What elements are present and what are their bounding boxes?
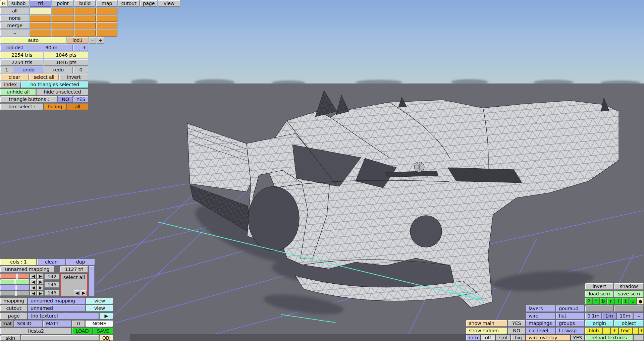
clean-button[interactable]: clean xyxy=(37,259,65,265)
text-plus-button[interactable]: + xyxy=(639,328,644,334)
save-scm-button[interactable]: save scm xyxy=(614,291,644,297)
mapping-view-button[interactable]: view xyxy=(86,298,113,304)
scale-0-1m-button[interactable]: 0.1m xyxy=(585,313,601,319)
mapping-row-label[interactable]: mapping xyxy=(0,298,27,304)
text-minus-button[interactable]: – xyxy=(633,328,638,334)
tab-point[interactable]: point xyxy=(52,0,73,7)
right-arrow-button[interactable]: ▶ xyxy=(37,274,44,279)
matrix-cell[interactable] xyxy=(52,8,73,14)
lod-level-button[interactable]: lod1 xyxy=(67,37,88,44)
invert-button[interactable]: invert xyxy=(59,74,88,80)
cols-count[interactable]: cols : 1 xyxy=(0,259,37,265)
matrix-cell[interactable] xyxy=(96,15,117,22)
layers-minus-button[interactable]: – xyxy=(614,305,644,312)
page-row-value[interactable]: [no texture] xyxy=(28,313,99,319)
right-arrow-button[interactable]: ▶ xyxy=(37,291,44,296)
file-name[interactable]: fiesta2 xyxy=(0,328,71,334)
nrm-sml-button[interactable]: sml xyxy=(496,335,511,341)
wire-overlay-label[interactable]: wire overlay xyxy=(526,335,570,341)
matrix-cell[interactable] xyxy=(96,22,117,29)
matrix-cell[interactable] xyxy=(74,22,96,29)
matrix-cell[interactable] xyxy=(30,30,51,37)
lr-swap-button[interactable]: l.r.swap xyxy=(556,328,584,334)
wire-button[interactable]: wire xyxy=(526,313,555,319)
right-arrow-button[interactable]: ▶ xyxy=(37,279,44,284)
show-main-label[interactable]: show main xyxy=(466,320,507,327)
cutout-row-value[interactable]: unnamed xyxy=(28,305,86,311)
layers-button[interactable]: layers xyxy=(526,305,555,312)
blob-plus-button[interactable]: + xyxy=(611,328,618,334)
view-t-button[interactable]: t xyxy=(622,298,629,304)
rp-invert-button[interactable]: invert xyxy=(585,283,613,290)
matrix-cell-active[interactable] xyxy=(30,8,51,14)
left-arrow-button[interactable]: ◀ xyxy=(30,285,37,290)
left-arrow-button[interactable]: ◀ xyxy=(30,291,37,296)
origin-button[interactable]: origin xyxy=(585,320,613,327)
layers-minus-button[interactable]: – xyxy=(585,305,613,312)
mat-zero[interactable]: 0 xyxy=(72,321,85,327)
wire-overlay-toggle[interactable]: YES xyxy=(571,335,584,341)
slider-blue[interactable] xyxy=(0,285,29,290)
mapping-row-value[interactable]: unnamed mapping xyxy=(28,298,86,304)
matrix-all[interactable]: all xyxy=(0,8,29,14)
lod-plus-button[interactable]: + xyxy=(97,37,104,44)
nc-level-button[interactable]: n.c.level xyxy=(526,328,555,334)
show-main-toggle[interactable]: YES xyxy=(508,320,525,327)
scale-10m-button[interactable]: 10m xyxy=(617,313,633,319)
box-select-all[interactable]: all xyxy=(67,104,88,110)
left-arrow-button[interactable]: ◀ xyxy=(74,290,80,295)
viewport-3d[interactable] xyxy=(0,0,644,341)
object-button[interactable]: object xyxy=(614,320,644,327)
triangle-buttons-no[interactable]: NO xyxy=(58,96,73,103)
dup-button[interactable]: dup xyxy=(66,259,95,265)
value-g[interactable]: 145 xyxy=(45,282,59,288)
tab-tri[interactable]: tri xyxy=(30,0,51,7)
matrix-cell[interactable] xyxy=(52,30,73,37)
lod-dist-plus-button[interactable]: + xyxy=(81,45,88,51)
matrix-none[interactable]: none xyxy=(0,15,29,21)
page-row-label[interactable]: page xyxy=(0,313,27,319)
nrm-off-button[interactable]: off xyxy=(481,335,495,341)
tab-map[interactable]: map xyxy=(96,0,117,7)
unhide-all-button[interactable]: unhide all xyxy=(0,89,36,95)
redo-button[interactable]: redo xyxy=(44,67,73,73)
matrix-cell[interactable] xyxy=(96,30,117,37)
blob-minus-button[interactable]: – xyxy=(603,328,610,334)
lod-minus-button[interactable]: – xyxy=(89,37,96,44)
slider-red[interactable] xyxy=(0,274,29,279)
tab-cutout[interactable]: cutout xyxy=(118,0,140,7)
gouraud-button[interactable]: gouraud xyxy=(556,305,584,312)
menu-h[interactable]: H xyxy=(0,0,7,7)
mappings-button[interactable]: mappings xyxy=(526,320,555,327)
mat-label[interactable]: mat xyxy=(0,321,14,327)
matrix-cell[interactable] xyxy=(52,15,73,22)
matrix-cell[interactable] xyxy=(30,15,51,22)
value-b[interactable]: 145 xyxy=(45,290,59,296)
lod-auto-button[interactable]: auto xyxy=(0,37,66,44)
matrix-merge[interactable]: merge xyxy=(0,22,29,29)
lod-dist-value[interactable]: 30 m xyxy=(30,45,73,51)
index-button[interactable]: index xyxy=(0,81,20,88)
cutout-view-button[interactable]: view xyxy=(86,305,113,311)
save-button[interactable]: SAVE xyxy=(93,328,113,334)
right-arrow-button[interactable]: ▶ xyxy=(37,285,44,290)
reload-textures-button[interactable]: reload textures xyxy=(585,335,633,341)
mat-none[interactable]: NONE xyxy=(86,321,113,327)
value-r[interactable]: 142 xyxy=(45,274,59,280)
hide-unselected-button[interactable]: hide unselected xyxy=(37,89,88,95)
view-p-button[interactable]: P xyxy=(585,298,592,304)
groups-button[interactable]: groups xyxy=(556,320,584,327)
matrix-dash[interactable]: – xyxy=(0,30,29,36)
clear-button[interactable]: clear xyxy=(0,74,29,80)
mapping-name[interactable]: unnamed mapping xyxy=(0,266,54,273)
view-u-button[interactable]: u xyxy=(630,298,636,304)
view-b-button[interactable]: b xyxy=(600,298,607,304)
view-r-button[interactable]: r xyxy=(607,298,614,304)
load-button[interactable]: LOAD xyxy=(72,328,92,334)
undo-button[interactable]: undo xyxy=(14,67,43,73)
nrm-big-button[interactable]: big xyxy=(511,335,525,341)
right-arrow-button[interactable]: ▶ xyxy=(80,290,87,295)
skin-value[interactable] xyxy=(21,335,99,341)
matrix-cell[interactable] xyxy=(74,30,96,37)
view-f-button[interactable]: f xyxy=(593,298,599,304)
